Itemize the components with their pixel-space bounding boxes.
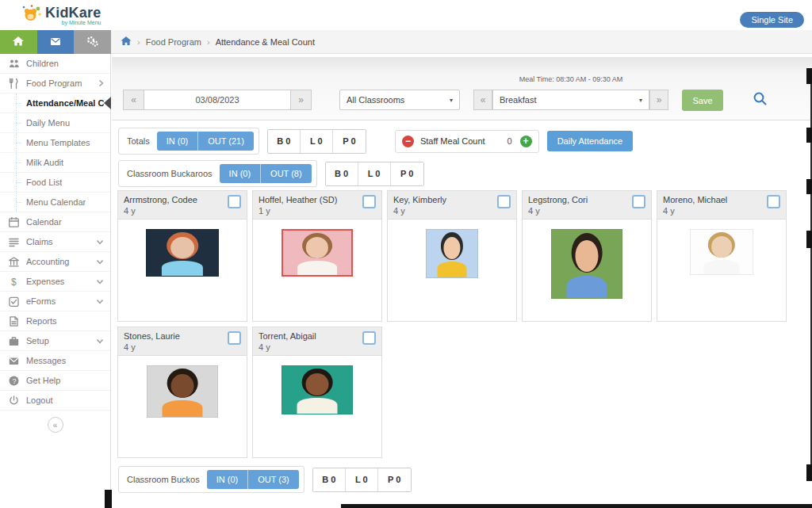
photo-figure-body <box>703 260 739 274</box>
totals-breakfast-count[interactable]: B 0 <box>268 130 301 153</box>
child-photo[interactable] <box>282 365 353 414</box>
svg-text:?: ? <box>12 377 16 385</box>
sidebar-item-menu-templates[interactable]: Menu Templates <box>0 133 110 153</box>
sidebar-item-expenses[interactable]: $Expenses <box>0 272 110 292</box>
child-select-checkbox[interactable] <box>362 331 376 345</box>
sidebar-item-label: Milk Audit <box>26 158 63 167</box>
child-photo[interactable] <box>146 229 219 277</box>
classroom-buckos-in-button[interactable]: IN (0) <box>207 470 249 489</box>
settings-nav-button[interactable] <box>74 30 111 54</box>
buckos-breakfast-count[interactable]: B 0 <box>313 468 346 491</box>
child-card-key-kimberly[interactable]: Key, Kimberly4 y <box>387 190 517 322</box>
child-name: Key, Kimberly <box>393 195 446 204</box>
date-next-button[interactable]: » <box>290 90 312 110</box>
breadcrumb-home-icon[interactable] <box>121 36 132 48</box>
chevron-down-icon: ▾ <box>639 97 642 104</box>
child-card-arrmstrong-codee[interactable]: Arrmstrong, Codee4 y <box>117 190 247 322</box>
sidebar-item-label: Menu Templates <box>26 138 90 147</box>
totals-pm-snack-count[interactable]: P 0 <box>333 130 366 153</box>
photo-figure-body <box>162 400 202 417</box>
child-age: 4 y <box>393 206 446 216</box>
sidebar-item-menu-calendar[interactable]: Menu Calendar <box>0 193 110 212</box>
classrooms-select[interactable]: All Classrooms ▾ <box>339 90 460 110</box>
sidebar-item-food-list[interactable]: Food List <box>0 173 110 193</box>
child-select-checkbox[interactable] <box>362 195 376 208</box>
staff-minus-icon[interactable]: − <box>402 136 414 147</box>
sidebar-item-food-program[interactable]: Food Program <box>0 74 110 94</box>
date-prev-button[interactable]: « <box>123 90 144 110</box>
meal-prev-button[interactable]: « <box>473 90 492 110</box>
sidebar-item-claims[interactable]: Claims <box>0 232 110 252</box>
sidebar-item-label: Food Program <box>26 78 82 88</box>
right-edge-artifact <box>806 179 812 194</box>
totals-meal-counts: B 0 L 0 P 0 <box>267 129 366 154</box>
single-site-button[interactable]: Single Site <box>740 12 804 28</box>
sidebar-item-label: Setup <box>26 336 49 346</box>
totals-lunch-count[interactable]: L 0 <box>301 130 333 153</box>
buckaroos-lunch-count[interactable]: L 0 <box>358 162 391 185</box>
totals-out-button[interactable]: OUT (21) <box>198 132 254 151</box>
child-name: Moreno, Michael <box>663 195 727 204</box>
meal-select[interactable]: Breakfast ▾ <box>492 90 649 110</box>
chevron-down-icon <box>96 239 104 245</box>
buckos-lunch-count[interactable]: L 0 <box>346 468 378 491</box>
classroom-buckaroos-in-button[interactable]: IN (0) <box>220 164 262 183</box>
chevron-down-icon <box>96 299 104 304</box>
save-button[interactable]: Save <box>682 90 723 111</box>
sidebar-item-setup[interactable]: Setup <box>0 331 110 351</box>
main-content: « » All Classrooms ▾ Meal Time: 08:30 AM… <box>112 55 812 508</box>
child-age: 4 y <box>528 206 588 216</box>
child-card-hoffel-heather-sd[interactable]: Hoffel, Heather (SD)1 y <box>252 190 382 322</box>
reports-icon <box>8 315 20 327</box>
sidebar-item-get-help[interactable]: ?Get Help <box>0 371 110 391</box>
meal-next-button[interactable]: » <box>649 90 668 110</box>
date-input[interactable] <box>144 90 290 110</box>
child-photo[interactable] <box>426 229 478 278</box>
child-photo[interactable] <box>147 365 218 418</box>
food-program-icon <box>8 78 20 90</box>
sidebar-item-daily-menu[interactable]: Daily Menu <box>0 113 110 133</box>
child-select-checkbox[interactable] <box>228 195 241 208</box>
breadcrumb-item[interactable]: Food Program <box>146 37 201 47</box>
sidebar-item-calendar[interactable]: Calendar <box>0 212 110 232</box>
sidebar-item-milk-audit[interactable]: Milk Audit <box>0 153 110 173</box>
sidebar-item-reports[interactable]: Reports <box>0 311 110 331</box>
child-select-checkbox[interactable] <box>228 331 241 345</box>
home-nav-button[interactable] <box>0 30 37 54</box>
staff-plus-icon[interactable]: + <box>520 136 532 147</box>
sidebar-item-accounting[interactable]: Accounting <box>0 252 110 272</box>
buckaroos-pm-snack-count[interactable]: P 0 <box>391 162 423 185</box>
classroom-buckaroos-out-button[interactable]: OUT (8) <box>261 164 312 183</box>
child-photo[interactable] <box>690 229 753 275</box>
right-edge-artifact <box>806 68 812 84</box>
child-card-stones-laurie[interactable]: Stones, Laurie4 y <box>117 327 247 458</box>
child-select-checkbox[interactable] <box>767 195 780 208</box>
classroom-buckos-out-button[interactable]: OUT (3) <box>248 470 299 489</box>
child-photo[interactable] <box>551 229 622 299</box>
child-card-legstrong-cori[interactable]: Legstrong, Cori4 y <box>522 190 652 322</box>
child-card-header: Moreno, Michael4 y <box>657 191 786 220</box>
sidebar-item-logout[interactable]: Logout <box>0 391 110 411</box>
classrooms-select-value: All Classrooms <box>347 95 404 105</box>
sidebar-collapse-button[interactable]: « <box>48 417 63 433</box>
daily-attendance-button[interactable]: Daily Attendance <box>547 131 634 151</box>
classroom-buckos-meal-counts: B 0 L 0 P 0 <box>312 468 412 492</box>
messages-nav-button[interactable] <box>37 30 75 54</box>
child-name: Legstrong, Cori <box>528 195 588 204</box>
breadcrumb-separator: › <box>137 37 140 47</box>
child-select-checkbox[interactable] <box>632 195 645 208</box>
photo-figure-body <box>297 261 337 275</box>
sidebar-item-children[interactable]: Children <box>0 54 110 74</box>
sidebar-item-eforms[interactable]: eForms <box>0 292 110 311</box>
buckos-pm-snack-count[interactable]: P 0 <box>378 468 411 491</box>
child-select-checkbox[interactable] <box>497 195 511 208</box>
buckaroos-breakfast-count[interactable]: B 0 <box>326 162 358 185</box>
sidebar-item-messages[interactable]: Messages <box>0 351 110 371</box>
child-card-torrent-abigail[interactable]: Torrent, Abigail4 y <box>252 327 382 458</box>
totals-in-button[interactable]: IN (0) <box>157 132 199 151</box>
child-photo[interactable] <box>282 229 353 277</box>
totals-group: Totals IN (0) OUT (21) <box>118 128 259 155</box>
child-card-moreno-michael[interactable]: Moreno, Michael4 y <box>657 190 787 322</box>
sidebar-item-attendance-meal-counts[interactable]: Attendance/Meal Counts <box>0 94 110 113</box>
search-button[interactable] <box>753 91 768 109</box>
